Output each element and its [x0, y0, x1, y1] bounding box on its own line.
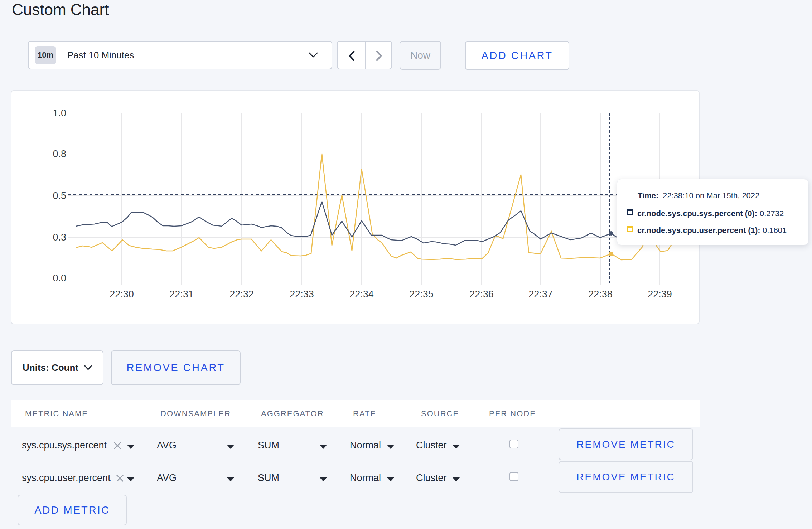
svg-text:0.0: 0.0	[53, 273, 66, 283]
svg-text:22:38: 22:38	[588, 289, 613, 300]
svg-text:22:39: 22:39	[648, 289, 672, 300]
svg-text:22:33: 22:33	[290, 289, 314, 300]
svg-text:0.3: 0.3	[53, 232, 66, 243]
svg-text:22:36: 22:36	[469, 289, 494, 300]
svg-text:22:30: 22:30	[110, 289, 134, 300]
svg-text:22:34: 22:34	[349, 289, 374, 300]
svg-text:22:37: 22:37	[528, 289, 553, 300]
svg-text:22:32: 22:32	[229, 289, 254, 300]
svg-text:22:35: 22:35	[409, 289, 434, 300]
svg-text:1.0: 1.0	[53, 108, 66, 118]
svg-text:0.8: 0.8	[53, 149, 66, 159]
svg-text:22:31: 22:31	[169, 289, 194, 300]
svg-text:0.5: 0.5	[53, 190, 66, 201]
